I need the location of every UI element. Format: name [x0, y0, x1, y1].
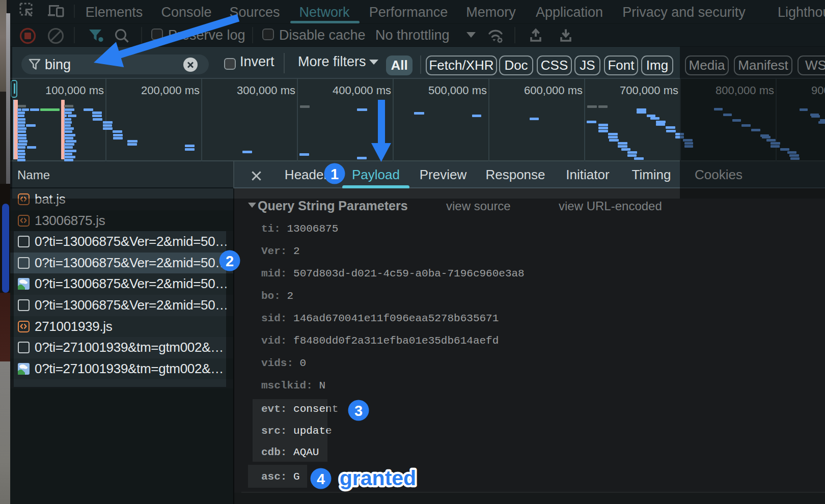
svg-text:granted: granted [340, 466, 416, 490]
svg-text:2: 2 [226, 253, 234, 269]
svg-text:4: 4 [317, 471, 325, 487]
svg-text:3: 3 [354, 403, 363, 419]
svg-text:1: 1 [331, 166, 339, 182]
